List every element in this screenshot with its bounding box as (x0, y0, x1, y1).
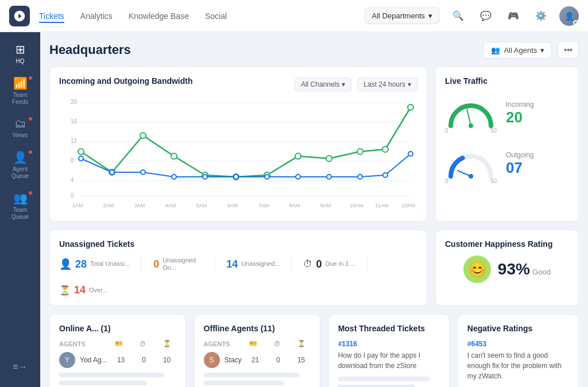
agent-queue-badge (28, 149, 33, 155)
sidebar-item-team-queue[interactable]: 👥 Team Queue (0, 185, 40, 226)
nav-links: Tickets Analytics Knowledge Base Social (39, 9, 365, 23)
bottom-grid: Online A... (1) AGENTS 🎫 ⏱ ⏳ Y Yod Ag...… (49, 314, 579, 387)
chat-button[interactable]: 💬 (477, 7, 495, 25)
svg-point-31 (296, 175, 300, 179)
most-threaded-title: Most Threaded Tickets (338, 324, 440, 333)
offline-agents-card: Offline Agents (11) AGENTS 🎫 ⏱ ⏳ S Stacy… (194, 314, 320, 387)
over-count: 14 (74, 284, 86, 296)
svg-text:8AM: 8AM (289, 203, 300, 208)
skeleton-5 (338, 377, 430, 381)
ticket-col-icon: 🎫 (110, 340, 128, 347)
svg-text:10AM: 10AM (350, 203, 363, 208)
over-label: Over... (89, 287, 107, 294)
agents-col-label: AGENTS (59, 340, 104, 347)
online-agents-card: Online A... (1) AGENTS 🎫 ⏱ ⏳ Y Yod Ag...… (49, 314, 186, 387)
sidebar-item-team-feeds[interactable]: 📶 Team Feeds (0, 71, 40, 111)
time-filter[interactable]: Last 24 hours ▾ (357, 78, 417, 91)
svg-text:6AM: 6AM (227, 203, 238, 208)
top-nav: Tickets Analytics Knowledge Base Social … (0, 0, 588, 32)
page-header-right: 👥 All Agents ▾ ••• (483, 41, 579, 59)
views-icon: 🗂 (14, 117, 26, 130)
stat-total: 👤 28 Total Unassi... (59, 258, 130, 270)
svg-text:8: 8 (71, 157, 74, 164)
sidebar-expand[interactable]: ≡→ (8, 356, 32, 378)
incoming-info: Incoming 20 (506, 100, 534, 126)
page-header: Headquarters 👥 All Agents ▾ ••• (49, 41, 579, 59)
happiness-title: Customer Happiness Rating (445, 239, 569, 249)
sidebar-team-feeds-label: Team Feeds (5, 92, 36, 106)
time-chevron-icon: ▾ (408, 80, 411, 88)
nav-social[interactable]: Social (205, 9, 227, 23)
svg-text:7AM: 7AM (258, 203, 269, 208)
nav-tickets[interactable]: Tickets (39, 9, 64, 23)
svg-point-30 (265, 175, 269, 179)
svg-point-14 (140, 133, 146, 138)
unassigned-count: 14 (226, 258, 238, 270)
outgoing-gauge: 0 50 Outgoing 07 (445, 143, 569, 184)
stacy-name: Stacy (225, 356, 242, 364)
department-selector[interactable]: All Departments ▾ (365, 7, 440, 24)
svg-text:5AM: 5AM (196, 203, 207, 208)
online-count: 0 (153, 258, 159, 270)
logo (9, 6, 30, 26)
sidebar: ⊞ HQ 📶 Team Feeds 🗂 Views 👤 Agent Queue … (0, 32, 40, 387)
sidebar-item-agent-queue[interactable]: 👤 Agent Queue (0, 145, 40, 185)
happiness-card: Customer Happiness Rating 😊 93% Good (435, 230, 579, 306)
live-traffic-title: Live Traffic (445, 76, 569, 86)
svg-point-26 (141, 170, 145, 175)
stacy-avatar: S (204, 352, 220, 368)
all-agents-button[interactable]: 👥 All Agents ▾ (483, 42, 552, 59)
svg-line-51 (458, 171, 471, 176)
stacy-tickets: 21 (246, 356, 265, 364)
over-col-icon: ⏳ (158, 340, 176, 347)
sidebar-item-views[interactable]: 🗂 Views (0, 111, 40, 145)
svg-text:12PM: 12PM (401, 203, 415, 208)
svg-text:9AM: 9AM (320, 203, 331, 208)
offline-agents-title: Offline Agents (11) (204, 324, 311, 333)
channel-filter[interactable]: All Channels ▾ (295, 78, 351, 91)
nav-knowledge-base[interactable]: Knowledge Base (129, 9, 189, 23)
agent-time: 0 (135, 356, 153, 364)
smiley-icon: 😊 (463, 256, 491, 283)
settings-button[interactable]: ⚙️ (532, 7, 550, 25)
bandwidth-svg: 20 16 12 8 4 0 (59, 97, 417, 212)
svg-point-34 (383, 173, 388, 177)
agents-icon: 👥 (491, 46, 500, 55)
online-label: Unassigned On... (163, 257, 203, 272)
stat-unassigned: 14 Unassigned... (226, 258, 280, 270)
stat-over: ⏳ 14 Over... (59, 284, 107, 296)
team-feeds-badge (28, 75, 33, 81)
svg-text:4: 4 (71, 177, 74, 183)
skeleton-2 (59, 381, 147, 385)
agent-row: Y Yod Ag... 13 0 10 (59, 352, 176, 368)
more-options-button[interactable]: ••• (558, 41, 579, 59)
nav-right: All Departments ▾ 🔍 💬 🎮 ⚙️ 👤 (365, 6, 579, 26)
svg-text:11AM: 11AM (375, 203, 389, 208)
chart-header: Incoming and Outgoing Bandwidth All Chan… (59, 76, 417, 92)
hourglass-icon: ⏳ (59, 285, 71, 296)
page-title: Headquarters (49, 42, 131, 57)
chart-area: 20 16 12 8 4 0 (59, 97, 417, 212)
live-traffic-card: Live Traffic (435, 67, 579, 222)
nav-analytics[interactable]: Analytics (80, 9, 113, 23)
unassigned-label: Unassigned... (241, 260, 280, 268)
search-button[interactable]: 🔍 (449, 7, 467, 25)
total-count: 28 (75, 258, 87, 270)
outgoing-info: Outgoing 07 (506, 151, 534, 177)
svg-text:3AM: 3AM (134, 203, 145, 208)
unassigned-title: Unassigned Tickets (59, 239, 417, 249)
threaded-ticket-id: #1316 (338, 340, 440, 348)
agents-chevron-icon: ▾ (540, 46, 544, 55)
avatar[interactable]: 👤 (559, 6, 579, 26)
unassigned-card: Unassigned Tickets 👤 28 Total Unassi... … (49, 230, 427, 306)
outgoing-gauge-svg (445, 143, 497, 180)
incoming-gauge-svg (445, 92, 497, 130)
sidebar-item-hq[interactable]: ⊞ HQ (0, 37, 40, 71)
agent-queue-icon: 👤 (13, 150, 28, 164)
bandwidth-card: Incoming and Outgoing Bandwidth All Chan… (49, 67, 427, 222)
svg-point-29 (234, 175, 238, 179)
top-grid: Incoming and Outgoing Bandwidth All Chan… (49, 67, 579, 222)
gamepad-button[interactable]: 🎮 (504, 7, 523, 25)
happiness-stats: 93% Good (498, 260, 551, 278)
svg-line-49 (467, 109, 471, 126)
